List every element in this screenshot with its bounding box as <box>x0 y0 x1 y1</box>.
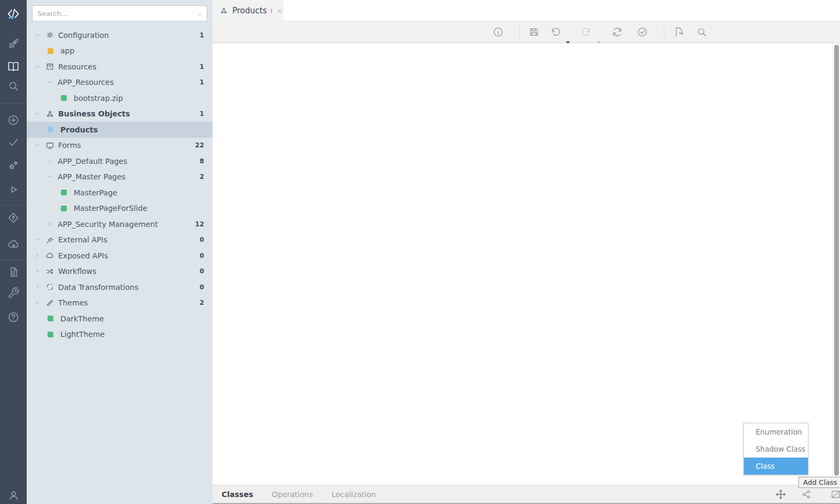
tree-item-label: APP_Resources <box>58 78 114 86</box>
tree-item-count: 0 <box>200 267 204 275</box>
tree-item-label: MasterPageForSlide <box>74 204 147 212</box>
app-logo[interactable] <box>0 5 27 22</box>
tree-item-label: Resources <box>58 62 97 71</box>
tree-item-app-security-management[interactable]: APP_Security Management 12 <box>27 216 213 232</box>
chevron-right-icon[interactable] <box>46 158 53 165</box>
rail-item-user[interactable] <box>0 488 27 502</box>
chevron-down-icon[interactable] <box>34 236 41 243</box>
tree-item-workflows[interactable]: Workflows 0 <box>27 264 213 280</box>
save-icon[interactable] <box>528 26 540 38</box>
chevron-right-icon[interactable] <box>34 252 41 259</box>
rail-item-add[interactable] <box>0 113 27 127</box>
close-icon[interactable] <box>276 7 284 14</box>
share-icon[interactable] <box>800 489 812 500</box>
tree-item-configuration[interactable]: Configuration 1 <box>27 27 213 43</box>
release-icon <box>7 211 20 224</box>
chevron-right-icon[interactable] <box>34 267 41 275</box>
monitor-icon <box>45 141 54 150</box>
tree-item-count: 12 <box>195 220 204 228</box>
validate-icon[interactable] <box>637 26 648 38</box>
tree-item-label: Themes <box>58 298 88 307</box>
rail-item-library[interactable] <box>0 59 27 73</box>
redo-dropdown-caret-icon[interactable] <box>596 36 601 40</box>
rail-item-tools[interactable] <box>0 286 27 300</box>
tree-item-label: LightTheme <box>60 330 105 338</box>
tree-item-resources[interactable]: Resources 1 <box>27 59 213 75</box>
chevron-down-icon[interactable] <box>46 78 53 86</box>
refresh-icon[interactable] <box>611 26 623 38</box>
tree-item-label: APP_Security Management <box>58 220 158 229</box>
scrollbar-thumb[interactable] <box>834 45 839 476</box>
chevron-down-icon[interactable] <box>34 141 41 149</box>
rail-item-run[interactable] <box>0 183 27 196</box>
sidebar: Configuration 1 app Resources 1 APP_Reso… <box>27 0 213 504</box>
bottom-tab-bar: Classes Operations Localization <box>213 485 840 504</box>
tree-item-lighttheme[interactable]: LightTheme <box>27 327 213 343</box>
chevron-down-icon[interactable] <box>34 110 41 117</box>
chevron-down-icon[interactable] <box>196 10 203 18</box>
tree-item-count: 1 <box>200 32 204 39</box>
tree-item-themes[interactable]: Themes 2 <box>27 295 213 311</box>
move-icon[interactable] <box>775 489 787 500</box>
tree-item-external-apis[interactable]: External APIs 0 <box>27 232 213 248</box>
rail-item-release[interactable] <box>0 211 27 225</box>
chevron-right-icon[interactable] <box>34 284 41 291</box>
tab-label: Products <box>232 6 267 15</box>
tab-classes[interactable]: Classes <box>222 490 253 499</box>
play-icon <box>7 183 20 196</box>
tree-item-bootstrap-zip[interactable]: bootstrap.zip <box>27 90 213 106</box>
broken-link-icon <box>45 282 54 292</box>
rail-item-documents[interactable] <box>0 265 27 279</box>
menu-item-class[interactable]: Class <box>744 458 808 475</box>
undo-icon[interactable] <box>550 26 562 38</box>
tree-item-business-objects[interactable]: Business Objects 1 <box>27 106 213 122</box>
rail-item-help[interactable] <box>0 310 27 324</box>
rail-item-validate[interactable] <box>0 135 27 149</box>
tree-item-app-resources[interactable]: APP_Resources 1 <box>27 75 213 91</box>
tree-item-exposed-apis[interactable]: Exposed APIs 0 <box>27 248 213 264</box>
add-class-menu: Enumeration Shadow Class Class <box>743 423 808 475</box>
chevron-down-icon[interactable] <box>34 63 41 70</box>
rail-item-settings[interactable] <box>0 159 27 172</box>
editor-canvas[interactable] <box>213 43 833 485</box>
tree-item-products[interactable]: Products <box>27 122 213 138</box>
tree-item-app-master-pages[interactable]: APP_Master Pages 2 <box>27 169 213 185</box>
tree-item-label: Configuration <box>58 31 109 40</box>
search-box <box>32 5 207 21</box>
tab-localization[interactable]: Localization <box>332 490 376 499</box>
toolbar <box>213 21 840 43</box>
chevron-right-icon[interactable] <box>46 220 53 228</box>
info-icon[interactable] <box>492 26 504 38</box>
tree-item-app-default-pages[interactable]: APP_Default Pages 8 <box>27 153 213 169</box>
chevron-down-icon[interactable] <box>34 299 41 306</box>
tree-item-masterpage[interactable]: MasterPage <box>27 185 213 201</box>
chevron-down-icon[interactable] <box>34 32 41 39</box>
tree-item-count: 1 <box>200 63 204 70</box>
rail-item-search[interactable] <box>0 79 27 93</box>
tab-operations[interactable]: Operations <box>272 490 313 499</box>
molecule-icon <box>45 109 54 119</box>
tree-item-masterpageforslide[interactable]: MasterPageForSlide <box>27 201 213 217</box>
search-input[interactable] <box>33 6 207 21</box>
undo-dropdown-caret-icon[interactable] <box>566 36 570 40</box>
brush-icon <box>45 298 54 308</box>
crop-icon[interactable] <box>830 489 840 500</box>
menu-item-enumeration[interactable]: Enumeration <box>744 423 808 440</box>
redo-icon[interactable] <box>580 26 592 38</box>
tree-item-label: app <box>60 46 74 55</box>
rail-item-launch[interactable] <box>0 36 27 50</box>
tree-item-forms[interactable]: Forms 22 <box>27 138 213 154</box>
tree-item-app[interactable]: app <box>27 43 213 59</box>
vertical-scrollbar[interactable] <box>833 43 840 485</box>
menu-item-shadow-class[interactable]: Shadow Class <box>744 440 808 458</box>
tree-item-count: 2 <box>200 173 204 180</box>
archive-icon <box>45 62 54 71</box>
shuffle-icon <box>45 267 54 276</box>
export-icon[interactable] <box>673 26 685 38</box>
tree-item-darktheme[interactable]: DarkTheme <box>27 311 213 327</box>
rail-item-deploy[interactable] <box>0 237 27 251</box>
search-icon[interactable] <box>696 26 708 38</box>
chevron-down-icon[interactable] <box>46 173 53 180</box>
tree-item-data-transformations[interactable]: Data Transformations 0 <box>27 279 213 295</box>
tab-products[interactable]: Products <box>213 0 284 21</box>
